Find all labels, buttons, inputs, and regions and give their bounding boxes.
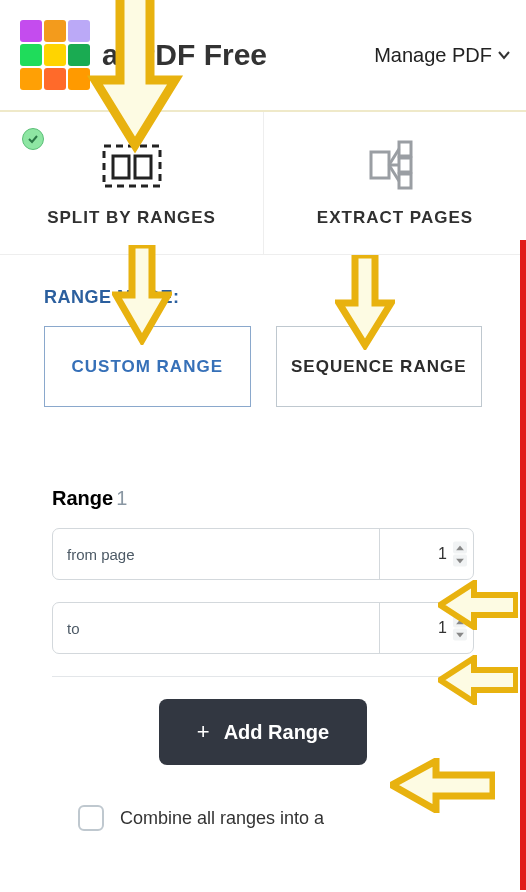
split-ranges-icon [102, 140, 162, 190]
range-label: Range [52, 487, 113, 509]
add-range-button[interactable]: + Add Range [159, 699, 367, 765]
mode-tabs: SPLIT BY RANGES EXTRACT PAGES [0, 112, 526, 255]
svg-rect-6 [399, 174, 411, 188]
range-mode-buttons: CUSTOM RANGE SEQUENCE RANGE [44, 326, 482, 407]
svg-rect-3 [371, 152, 389, 178]
svg-rect-4 [399, 142, 411, 156]
add-range-label: Add Range [224, 721, 330, 744]
to-stepper[interactable] [453, 616, 467, 641]
manage-pdf-label: Manage PDF [374, 44, 492, 67]
tab-split-label: SPLIT BY RANGES [0, 208, 263, 228]
plus-icon: + [197, 719, 210, 745]
from-page-value: 1 [438, 545, 447, 563]
to-page-label: to [53, 620, 379, 637]
svg-rect-5 [399, 158, 411, 172]
tab-split-by-ranges[interactable]: SPLIT BY RANGES [0, 112, 263, 254]
extract-pages-icon [365, 140, 425, 190]
tab-extract-label: EXTRACT PAGES [264, 208, 526, 228]
content-area: RANGE MODE: CUSTOM RANGE SEQUENCE RANGE … [0, 255, 526, 831]
manage-pdf-dropdown[interactable]: Manage PDF [374, 44, 516, 67]
tab-extract-pages[interactable]: EXTRACT PAGES [263, 112, 526, 254]
to-page-input[interactable]: 1 [379, 603, 473, 653]
app-header: allPDF Free Manage PDF [0, 0, 526, 112]
app-logo-icon [20, 20, 90, 90]
range-number: 1 [116, 487, 127, 509]
from-page-label: from page [53, 546, 379, 563]
to-step-down-icon[interactable] [453, 629, 467, 641]
svg-rect-2 [135, 156, 151, 178]
combine-label: Combine all ranges into a [120, 808, 324, 829]
to-page-value: 1 [438, 619, 447, 637]
combine-checkbox[interactable] [78, 805, 104, 831]
app-title: allPDF Free [102, 38, 267, 72]
range-from-row: from page 1 [52, 528, 474, 580]
range-mode-heading: RANGE MODE: [44, 287, 482, 308]
to-step-up-icon[interactable] [453, 616, 467, 628]
scrollbar-indicator[interactable] [520, 240, 526, 890]
from-page-input[interactable]: 1 [379, 529, 473, 579]
header-left: allPDF Free [20, 20, 267, 90]
range-header: Range1 [52, 487, 474, 510]
from-step-down-icon[interactable] [453, 555, 467, 567]
range-to-row: to 1 [52, 602, 474, 654]
chevron-down-icon [496, 47, 512, 63]
custom-range-button[interactable]: CUSTOM RANGE [44, 326, 251, 407]
range-section: Range1 from page 1 to 1 [44, 487, 482, 831]
sequence-range-button[interactable]: SEQUENCE RANGE [276, 326, 483, 407]
from-stepper[interactable] [453, 542, 467, 567]
svg-rect-1 [113, 156, 129, 178]
combine-row: Combine all ranges into a [52, 805, 474, 831]
from-step-up-icon[interactable] [453, 542, 467, 554]
divider [52, 676, 474, 677]
